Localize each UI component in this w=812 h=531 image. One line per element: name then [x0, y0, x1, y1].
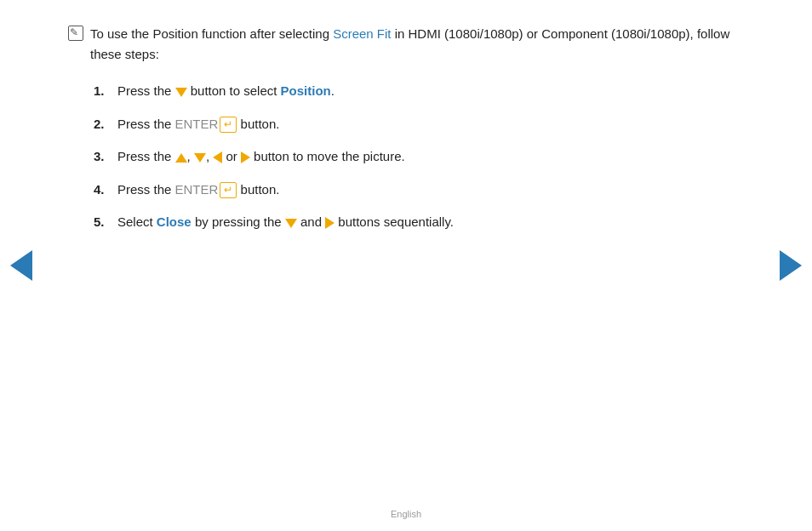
- step-4: 4. Press the ENTER↵ button.: [94, 180, 744, 200]
- arrow-down-icon: [175, 88, 187, 97]
- step-2-content: Press the ENTER↵ button.: [117, 115, 744, 134]
- step-2-number: 2.: [94, 115, 117, 134]
- step-4-number: 4.: [94, 180, 117, 200]
- note-screen-fit: Screen Fit: [333, 26, 391, 41]
- step-5: 5. Select Close by pressing the and butt…: [94, 213, 744, 232]
- step-4-enter-icon: ↵: [220, 182, 237, 199]
- nav-prev-button[interactable]: [10, 250, 32, 281]
- step-1-number: 1.: [94, 82, 117, 101]
- note-intro: To use the Position function after selec…: [90, 26, 333, 41]
- step-1-content: Press the button to select Position.: [117, 82, 744, 101]
- step-5-content: Select Close by pressing the and buttons…: [117, 213, 744, 232]
- footer-language: English: [391, 509, 421, 519]
- step-2-enter-label: ENTER: [175, 117, 219, 131]
- step-3-content: Press the , , or button to move the pict…: [117, 147, 744, 167]
- step-1-highlight: Position: [281, 83, 331, 98]
- step-3: 3. Press the , , or button to move the p…: [94, 147, 744, 167]
- note-block: To use the Position function after selec…: [68, 24, 744, 65]
- arrow-up-icon: [175, 153, 187, 163]
- arrow-down-icon-2: [194, 153, 206, 163]
- note-icon: [68, 26, 83, 41]
- step-2-enter-icon: ↵: [220, 117, 237, 134]
- step-2: 2. Press the ENTER↵ button.: [94, 115, 744, 134]
- step-4-content: Press the ENTER↵ button.: [117, 180, 744, 200]
- arrow-down-icon-3: [285, 219, 297, 228]
- note-text: To use the Position function after selec…: [90, 24, 744, 65]
- step-5-number: 5.: [94, 213, 117, 232]
- step-1: 1. Press the button to select Position.: [94, 82, 744, 101]
- arrow-right-icon-2: [325, 217, 335, 229]
- main-content: To use the Position function after selec…: [0, 0, 812, 531]
- steps-list: 1. Press the button to select Position. …: [94, 82, 744, 246]
- nav-next-button[interactable]: [780, 250, 802, 281]
- step-3-number: 3.: [94, 147, 117, 167]
- step-4-enter-label: ENTER: [175, 182, 219, 197]
- arrow-right-icon: [241, 151, 250, 163]
- arrow-left-icon: [213, 151, 222, 163]
- step-5-close: Close: [157, 214, 192, 229]
